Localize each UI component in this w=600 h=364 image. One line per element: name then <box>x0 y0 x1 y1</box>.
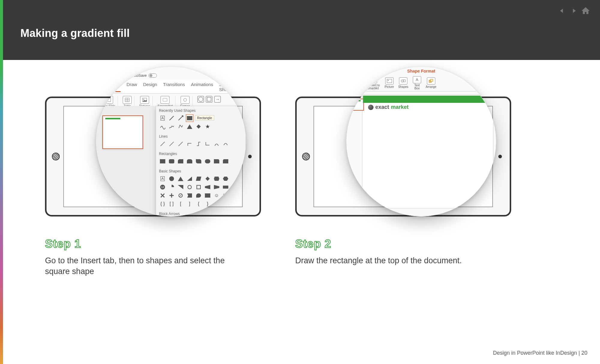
basic-shape-icon[interactable]: ☺ <box>213 192 220 199</box>
rect-icon[interactable] <box>159 158 166 165</box>
step-2: Shape Format ☰ Convert to SmartArt Pictu… <box>295 79 517 266</box>
step2-title: Step 2 <box>295 237 517 250</box>
tab-insert[interactable]: Insert <box>108 82 121 92</box>
tool-shapes[interactable]: Shapes <box>398 77 408 88</box>
shape-freeform-icon[interactable] <box>177 123 184 130</box>
basic-shape-icon[interactable] <box>204 175 211 182</box>
shape-rhombus-icon[interactable] <box>195 123 202 130</box>
rrect-icon[interactable] <box>204 158 211 165</box>
shape-curve-icon[interactable] <box>159 123 166 130</box>
logo-mark-icon <box>368 105 374 110</box>
rrect-icon[interactable] <box>213 158 220 165</box>
bracket-icon[interactable]: ] <box>186 200 193 207</box>
basic-shape-icon[interactable] <box>177 175 184 182</box>
rrect-icon[interactable] <box>177 158 184 165</box>
rrect-icon[interactable] <box>186 158 193 165</box>
basic-shape-icon[interactable] <box>186 175 193 182</box>
rrect-icon[interactable] <box>195 158 202 165</box>
home-icon[interactable] <box>581 6 590 16</box>
line-icon[interactable] <box>159 140 166 148</box>
basic-shape-icon[interactable] <box>177 192 184 199</box>
section-rectangles: Rectangles <box>156 149 245 167</box>
bracket-icon[interactable]: { <box>195 200 202 207</box>
autosave-toggle[interactable]: AutoSave <box>131 73 157 78</box>
basic-shape-icon[interactable] <box>213 175 220 182</box>
rrect-icon[interactable] <box>168 158 175 165</box>
bracket-icon[interactable]: { } <box>159 200 166 207</box>
basic-shape-icon[interactable] <box>177 183 184 191</box>
prev-icon[interactable] <box>558 7 566 15</box>
step1-title: Step 1 <box>45 237 267 250</box>
context-tab-shape-format[interactable]: Shape Format <box>407 69 435 73</box>
svg-line-12 <box>178 142 183 146</box>
bullets-icon[interactable]: ☰ <box>358 81 361 85</box>
bracket-icon[interactable]: [ <box>177 200 184 207</box>
autosave-label: AutoSave <box>131 73 147 78</box>
curve-connector-icon[interactable] <box>213 140 220 148</box>
tab-slideshow[interactable]: Slide Show <box>219 82 231 92</box>
svg-rect-16 <box>372 80 374 82</box>
screenshot-icon <box>160 96 170 104</box>
tablet-home-button <box>302 153 310 160</box>
tool-convert-smartart[interactable]: Convert to SmartArt <box>365 76 380 90</box>
next-icon[interactable] <box>569 7 578 15</box>
elbow-icon[interactable] <box>195 140 202 148</box>
magnifier-step1: AutoSave Insert Draw Design Transitions … <box>96 67 246 216</box>
basic-shape-icon[interactable] <box>186 183 193 191</box>
tab-record[interactable]: Record <box>236 82 246 92</box>
bracket-icon[interactable]: [ ] <box>168 200 175 207</box>
svg-line-11 <box>170 142 174 146</box>
basic-shape-icon[interactable] <box>159 192 166 199</box>
basic-shape-icon[interactable] <box>168 175 175 182</box>
basic-shape-icon[interactable] <box>195 175 202 182</box>
elbow-icon[interactable] <box>186 140 193 148</box>
shape-line-arrow-icon[interactable] <box>177 115 184 122</box>
elbow-icon[interactable] <box>204 140 211 148</box>
basic-shape-icon[interactable]: 12 <box>159 183 166 191</box>
toggle-pill-icon <box>148 73 157 78</box>
shape-circle-icon <box>197 96 204 103</box>
tab-transitions[interactable]: Transitions <box>163 82 185 92</box>
shape-star-icon[interactable] <box>204 123 211 130</box>
basic-shape-icon[interactable] <box>168 192 175 199</box>
tablet-camera <box>248 155 252 158</box>
shape-line-icon[interactable] <box>168 115 175 122</box>
tablet-camera <box>498 155 502 158</box>
shape-rectangle-selected[interactable]: Rectangle <box>186 115 193 122</box>
basic-shape-icon[interactable] <box>222 175 229 182</box>
basic-shape-icon[interactable] <box>204 183 211 191</box>
tab-animations[interactable]: Animations <box>191 82 213 92</box>
slide-thumb-large[interactable] <box>102 115 143 149</box>
footer: Design in PowerPoint like InDesign | 20 <box>493 350 587 356</box>
tool-label: Shapes <box>398 85 408 88</box>
tool-picture[interactable]: Picture <box>385 77 394 88</box>
slide-page: Making a gradient fill <box>0 0 600 364</box>
magnifier-step2: Shape Format ☰ Convert to SmartArt Pictu… <box>346 67 496 216</box>
accent-bar <box>0 0 3 364</box>
brand-logo: exactmarket <box>368 104 409 110</box>
svg-line-10 <box>160 142 165 146</box>
basic-shape-icon[interactable] <box>213 183 220 191</box>
line-icon[interactable] <box>177 140 184 148</box>
footer-text: Design in PowerPoint like InDesign | <box>493 350 581 356</box>
tool-textbox[interactable]: A Text Box <box>412 76 422 90</box>
basic-shape-icon[interactable] <box>195 183 202 191</box>
tablet-illustration-1: AutoSave Insert Draw Design Transitions … <box>45 79 261 228</box>
shape-triangle-icon[interactable] <box>186 123 193 130</box>
basic-shape-icon[interactable]: A <box>159 175 166 182</box>
basic-shape-icon[interactable] <box>204 192 211 199</box>
rrect-icon[interactable] <box>222 158 229 165</box>
tab-design[interactable]: Design <box>143 82 157 92</box>
tab-draw[interactable]: Draw <box>127 82 137 92</box>
cameo-icon <box>181 96 190 104</box>
curve-icon[interactable] <box>222 140 229 148</box>
basic-shape-icon[interactable] <box>186 192 193 199</box>
drawn-rectangle[interactable] <box>363 96 496 103</box>
basic-shape-icon[interactable] <box>168 183 175 191</box>
shape-scribble-icon[interactable] <box>168 123 175 130</box>
basic-shape-icon[interactable] <box>222 183 229 191</box>
basic-shape-icon[interactable] <box>195 192 202 199</box>
shape-textbox-icon[interactable]: A <box>159 115 166 122</box>
tool-arrange[interactable]: Arrange <box>426 77 436 88</box>
line-icon[interactable] <box>168 140 175 148</box>
